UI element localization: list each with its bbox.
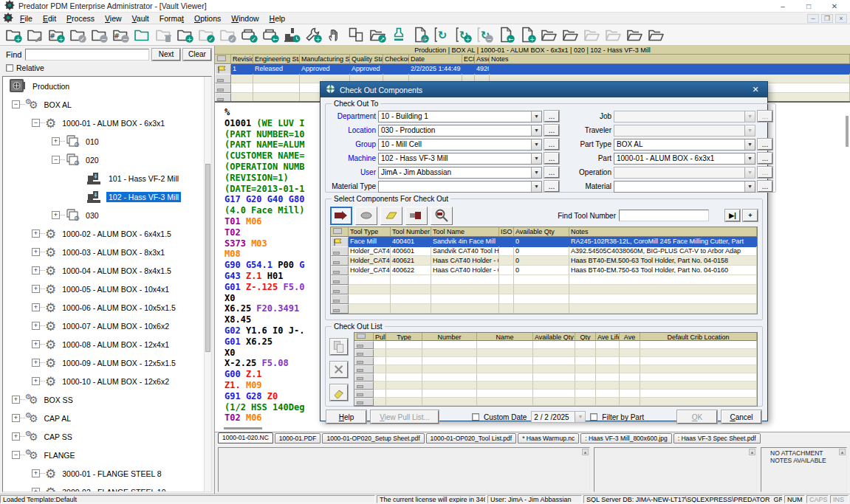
location-combo[interactable]: 030 - Production▼ (378, 125, 542, 137)
department-browse-button[interactable]: ... (544, 111, 559, 122)
tree-item[interactable]: +⚙030 (3, 206, 211, 224)
tree-item[interactable]: +⚙3000-01 - FLANGE STEEL 8 (3, 464, 211, 483)
expand-icon[interactable]: + (52, 137, 60, 145)
batch-checkout-icon[interactable]: ↻+ (453, 25, 473, 44)
tool-column-header[interactable]: Tool Type (349, 227, 391, 237)
expand-icon[interactable]: + (32, 359, 40, 367)
list-row-empty[interactable] (354, 357, 757, 365)
tool-row-empty[interactable] (331, 275, 757, 285)
operation-browse-button[interactable]: ... (758, 167, 772, 178)
part-type-combo[interactable]: BOX AL▼ (614, 139, 755, 151)
grid-column-header[interactable]: ECN (462, 55, 475, 64)
tree-item-label[interactable]: Production (30, 81, 72, 92)
expand-icon[interactable]: + (32, 322, 40, 330)
list-row-empty[interactable] (354, 382, 757, 390)
tree-item[interactable]: +⚙⚙BOX SS (3, 390, 211, 409)
add-tool-to-list-button[interactable]: + (743, 210, 758, 221)
document-tab[interactable]: * Haas Warmup.nc (518, 433, 579, 443)
menu-process[interactable]: Process (61, 14, 100, 23)
add-file-folder-icon[interactable]: + (174, 25, 195, 44)
remove-folder-icon[interactable]: − (89, 25, 109, 44)
material-type-browse-button[interactable]: ... (544, 181, 559, 192)
expand-icon[interactable]: + (32, 340, 40, 348)
approve-stamp-icon[interactable] (388, 25, 409, 44)
filter-by-part-checkbox[interactable] (590, 413, 597, 421)
find-input[interactable] (25, 49, 149, 61)
menu-help[interactable]: Help (264, 14, 291, 23)
location-browse-button[interactable]: ... (544, 125, 559, 136)
close-button[interactable]: ✕ (823, 1, 846, 12)
edit-folder-icon[interactable] (24, 25, 45, 44)
part-browse-button[interactable]: ... (758, 153, 772, 164)
tree-item-label[interactable]: 1000-10 - ALUM BOX - 12x6x2 (60, 376, 171, 387)
tree-item[interactable]: +⚙1000-02 - ALUM BOX - 6x4x1.5 (3, 224, 211, 243)
row-flag-icon[interactable] (331, 237, 349, 247)
material-combo[interactable]: ▼ (614, 181, 755, 193)
edit-document-icon[interactable]: + (410, 25, 431, 44)
grid-column-header[interactable]: Date (409, 55, 462, 64)
find-next-tool-button[interactable]: ▶| (725, 210, 740, 221)
expand-icon[interactable]: + (12, 396, 20, 404)
search-tool-button[interactable] (431, 207, 453, 225)
tree-item-label[interactable]: 1000-01 - ALUM BOX - 6x3x1 (60, 118, 167, 128)
tree-item[interactable]: +⚙⚙CAP SS (3, 427, 211, 446)
collapse-icon[interactable]: − (12, 451, 20, 459)
part-type-browse-button[interactable]: ... (758, 139, 772, 150)
tree-item-label[interactable]: FLANGE (42, 450, 78, 460)
chevron-down-icon[interactable]: ▼ (531, 125, 541, 136)
menu-edit[interactable]: Edit (38, 14, 61, 23)
chevron-down-icon[interactable]: ▼ (744, 168, 755, 178)
release-folder-icon[interactable]: ↗ (367, 25, 388, 44)
tool-row-empty[interactable] (331, 304, 757, 314)
tool-column-header[interactable]: Notes (569, 227, 757, 237)
tool-column-header[interactable]: Available Qty (514, 227, 569, 237)
grid-column-header[interactable]: Engineering Status (253, 55, 300, 64)
find-tool-number-input[interactable] (619, 210, 709, 221)
document-tab[interactable]: 1000-01-OP020_Setup Sheet.pdf (322, 433, 424, 443)
list-column-header[interactable]: Ave Life (596, 333, 620, 341)
add-folder-icon[interactable]: + (3, 25, 24, 44)
help-button[interactable]: Help (326, 410, 366, 424)
tool-row[interactable]: Holder_CAT40400622Haas CAT40 Holder - 0.… (331, 266, 757, 275)
tool-row[interactable]: Holder_CAT40400621Haas CAT40 Holder - 0.… (331, 256, 757, 266)
expand-icon[interactable]: + (32, 229, 40, 238)
tree-item-label[interactable]: 1000-03 - ALUM BOX - 8x3x1 (60, 247, 167, 258)
scroll-up-icon[interactable]: ▲ (839, 449, 846, 455)
browse-folder-1-icon[interactable] (538, 25, 559, 44)
traveler-combo[interactable]: ▼ (614, 125, 755, 137)
browse-folder-5-icon[interactable] (624, 25, 645, 44)
list-row-empty[interactable] (354, 365, 757, 373)
batch-checkin-icon[interactable]: ↻− (474, 25, 495, 44)
tree-item[interactable]: +⚙1000-10 - ALUM BOX - 12x6x2 (3, 372, 211, 390)
chevron-down-icon[interactable]: ▼ (744, 139, 755, 150)
tree-item-label[interactable]: 1000-08 - ALUM BOX - 12x4x1 (60, 339, 171, 350)
grid-row[interactable]: 1ReleasedApprovedApproved2/2/2025 1:44:4… (215, 64, 850, 74)
tree-item[interactable]: +⚙010 (3, 132, 211, 151)
list-column-header[interactable]: Pulle (374, 333, 386, 341)
redo-checkout-icon[interactable]: ↻ (431, 25, 452, 44)
user-browse-button[interactable]: ... (544, 167, 559, 178)
tree-item-label[interactable]: 102 - Hass VF-3 Mill (106, 192, 181, 202)
menu-view[interactable]: View (100, 14, 127, 23)
dialog-close-icon[interactable]: ✕ (749, 85, 762, 94)
export-document-icon[interactable]: + (517, 25, 538, 44)
tree-item[interactable]: +⚙⚙CAP AL (3, 409, 211, 427)
list-column-header[interactable]: Qty (575, 333, 596, 341)
document-tab[interactable]: 1000-01-OP020_Tool List.pdf (426, 433, 517, 443)
delete-folder-icon[interactable] (153, 25, 174, 44)
cancel-button[interactable]: Cancel (722, 410, 761, 424)
view-pull-list-button[interactable]: View Pull List... (371, 410, 439, 424)
tree-item-label[interactable]: 1000-02 - ALUM BOX - 6x4x1.5 (60, 229, 174, 239)
scroll-up-icon[interactable]: ▲ (582, 449, 589, 455)
tree-item[interactable]: +⚙1000-04 - ALUM BOX - 8x4x1.5 (3, 261, 211, 280)
group-combo[interactable]: 10 - Mill Cell▼ (378, 139, 542, 151)
ok-button[interactable]: OK (677, 410, 717, 424)
tree-item-label[interactable]: 1000-06 - ALUM BOX - 10x5x1.5 (60, 303, 178, 313)
document-tab[interactable]: 1000-01.PDF (275, 433, 321, 443)
list-column-header[interactable]: Number (422, 333, 477, 341)
mdi-minimize-button[interactable]: – (807, 14, 819, 23)
list-column-header[interactable]: Available Qty (533, 333, 575, 341)
tree-item-label[interactable]: 010 (83, 137, 101, 147)
open-folder-icon[interactable] (131, 25, 152, 44)
add-numbered-folder-icon[interactable]: #+ (46, 25, 66, 44)
